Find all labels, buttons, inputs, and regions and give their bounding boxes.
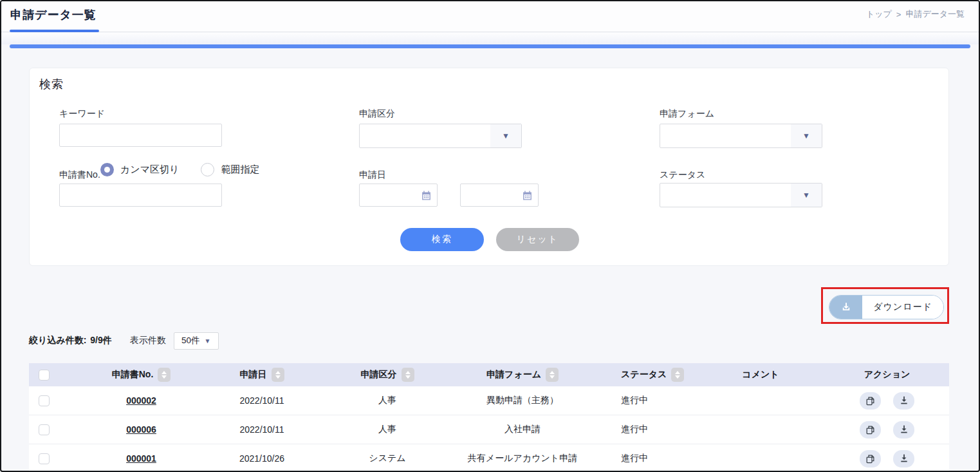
- date-label: 申請日: [359, 169, 386, 181]
- results-meta: 絞り込み件数: 9/9件 表示件数 50件 ▼: [29, 332, 219, 350]
- chevron-down-icon: ▼: [502, 131, 510, 140]
- per-page-select[interactable]: 50件 ▼: [174, 332, 219, 350]
- table-row: 000006 2022/10/11 人事 入社申請 進行中: [29, 415, 949, 444]
- cell-date: 2022/10/11: [194, 395, 329, 406]
- row-checkbox[interactable]: [39, 453, 50, 464]
- radio-range[interactable]: 範囲指定: [201, 163, 259, 176]
- sort-arrows-icon[interactable]: [546, 368, 559, 382]
- chevron-down-icon: ▼: [802, 191, 810, 200]
- chevron-down-icon: ▼: [802, 131, 810, 140]
- row-download-button[interactable]: [893, 392, 914, 410]
- row-checkbox[interactable]: [39, 395, 50, 406]
- radio-unselected-icon: [201, 163, 214, 176]
- doc-no-link[interactable]: 000002: [126, 395, 156, 406]
- select-all-cell: [29, 370, 88, 381]
- doc-no-link[interactable]: 000006: [126, 424, 156, 435]
- column-label: コメント: [742, 369, 779, 381]
- column-header-status: ステータス: [600, 368, 696, 382]
- copy-button[interactable]: [860, 450, 881, 467]
- copy-icon: [865, 453, 876, 464]
- calendar-icon: [421, 190, 432, 201]
- chevron-down-icon: ▼: [205, 337, 211, 345]
- header-gap: [1, 33, 979, 44]
- form-select[interactable]: ▼: [660, 124, 822, 148]
- status-caret-zone: ▼: [791, 184, 822, 207]
- cell-date: 2022/10/11: [194, 424, 329, 435]
- status-select[interactable]: ▼: [660, 183, 822, 207]
- doc-no-input[interactable]: [59, 184, 222, 207]
- breadcrumb-separator: >: [896, 10, 901, 19]
- row-select-cell: [29, 453, 88, 464]
- download-button[interactable]: ダウンロード: [829, 295, 944, 319]
- row-download-button[interactable]: [893, 450, 914, 467]
- radio-comma-label: カンマ区切り: [120, 164, 179, 176]
- cell-status: 進行中: [600, 453, 696, 464]
- reset-button[interactable]: リセット: [496, 228, 579, 251]
- row-download-button[interactable]: [893, 421, 914, 439]
- table-header-row: 申請書No. 申請日 申請区分 申請フォーム ステータス コメント: [29, 363, 949, 386]
- search-panel-title: 検索: [39, 77, 64, 92]
- download-button-label: ダウンロード: [862, 296, 943, 319]
- select-all-checkbox[interactable]: [39, 370, 50, 381]
- per-page-value: 50件: [181, 335, 200, 346]
- copy-button[interactable]: [860, 392, 881, 410]
- download-icon: [899, 395, 909, 406]
- top-header: 申請データ一覧 トップ > 申請データ一覧: [1, 1, 979, 32]
- column-label: 申請書No.: [112, 369, 154, 381]
- sort-arrows-icon[interactable]: [402, 368, 414, 382]
- row-checkbox[interactable]: [39, 424, 50, 435]
- category-select-value: [360, 124, 490, 147]
- per-page-label: 表示件数: [130, 335, 166, 346]
- cell-status: 進行中: [600, 395, 696, 406]
- column-label: ステータス: [621, 369, 667, 381]
- cell-actions: [825, 421, 949, 439]
- date-to-input[interactable]: [460, 184, 539, 207]
- keyword-label: キーワード: [59, 108, 105, 120]
- search-button[interactable]: 検索: [400, 228, 484, 251]
- doc-no-link[interactable]: 000001: [126, 453, 156, 464]
- copy-icon: [865, 424, 876, 435]
- breadcrumb-current: 申請データ一覧: [905, 8, 965, 20]
- cell-form: 異動申請（主務）: [445, 395, 600, 406]
- cell-status: 進行中: [600, 424, 696, 435]
- application-window: 申請データ一覧 トップ > 申請データ一覧 検索 キーワード 申請書No. カン…: [0, 0, 980, 472]
- column-label: 申請フォーム: [486, 369, 541, 381]
- category-select[interactable]: ▼: [359, 124, 522, 148]
- breadcrumb-home[interactable]: トップ: [866, 8, 892, 20]
- sort-arrows-icon[interactable]: [671, 368, 684, 382]
- sort-arrows-icon[interactable]: [158, 368, 171, 382]
- table-row: 000002 2022/10/11 人事 異動申請（主務） 進行中: [29, 386, 949, 415]
- column-label: 申請区分: [361, 369, 397, 381]
- download-icon: [899, 424, 909, 435]
- filtered-count-label: 絞り込み件数:: [29, 335, 86, 346]
- keyword-input[interactable]: [59, 124, 222, 147]
- applications-table: 申請書No. 申請日 申請区分 申請フォーム ステータス コメント: [29, 363, 949, 472]
- form-select-value: [660, 124, 791, 147]
- filtered-count-value: 9/9件: [90, 335, 111, 346]
- form-label: 申請フォーム: [660, 108, 714, 120]
- category-caret-zone: ▼: [490, 124, 521, 147]
- status-label: ステータス: [660, 169, 705, 181]
- page-title: 申請データ一覧: [10, 7, 97, 23]
- copy-icon: [865, 395, 876, 406]
- row-select-cell: [29, 395, 88, 406]
- column-header-date: 申請日: [194, 368, 329, 382]
- date-from-input[interactable]: [359, 184, 438, 207]
- copy-button[interactable]: [860, 421, 881, 439]
- download-icon: [899, 453, 909, 464]
- cell-category: 人事: [329, 395, 445, 406]
- column-header-doc-no: 申請書No.: [88, 368, 194, 382]
- cell-category: 人事: [329, 424, 445, 435]
- cell-date: 2021/10/26: [194, 453, 329, 464]
- column-header-comment: コメント: [696, 369, 825, 381]
- download-highlight-box: ダウンロード: [821, 287, 949, 324]
- cell-form: 入社申請: [445, 424, 600, 435]
- status-select-value: [660, 184, 791, 207]
- doc-no-radio-group: カンマ区切り 範囲指定: [100, 163, 259, 176]
- column-header-action: アクション: [825, 369, 949, 381]
- sort-arrows-icon[interactable]: [272, 368, 284, 382]
- doc-no-label: 申請書No.: [59, 169, 100, 181]
- column-header-category: 申請区分: [329, 368, 445, 382]
- column-header-form: 申請フォーム: [445, 368, 600, 382]
- radio-comma-separated[interactable]: カンマ区切り: [100, 163, 179, 176]
